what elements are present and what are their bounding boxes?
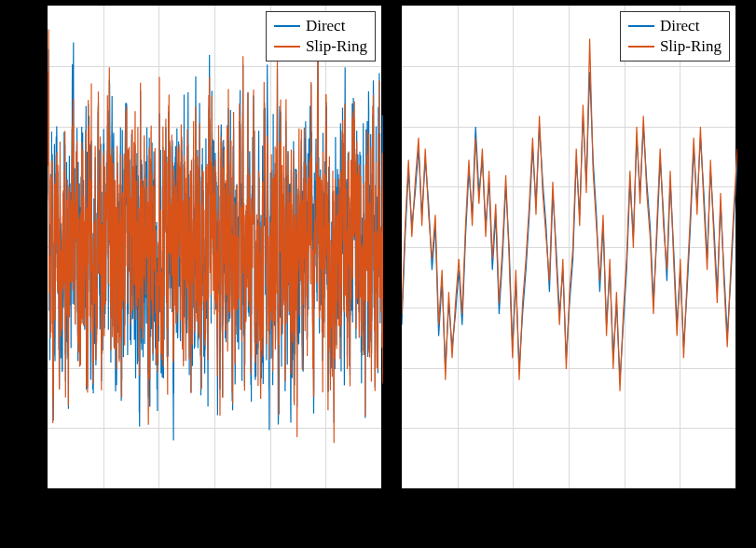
legend-item-slipring: Slip-Ring [628,36,722,57]
chart-left: Direct Slip-Ring [47,5,382,489]
legend-swatch-slipring [274,46,300,48]
legend-right: Direct Slip-Ring [620,11,730,62]
series-canvas-right [402,6,737,490]
legend-label-direct: Direct [306,16,345,36]
legend-item-direct: Direct [274,16,367,36]
legend-swatch-slipring [628,46,654,48]
series-canvas-left [48,6,383,490]
legend-left: Direct Slip-Ring [266,11,376,62]
legend-swatch-direct [274,25,300,28]
plot-area-right: Direct Slip-Ring [401,5,736,489]
legend-label-slipring: Slip-Ring [660,36,722,57]
charts-row: Direct Slip-Ring [47,5,736,489]
legend-label-direct: Direct [660,16,699,36]
plot-area-left: Direct Slip-Ring [47,5,382,489]
legend-item-direct: Direct [628,16,722,36]
legend-swatch-direct [628,25,654,28]
legend-label-slipring: Slip-Ring [306,36,367,57]
chart-right: Direct Slip-Ring [401,5,736,489]
legend-item-slipring: Slip-Ring [274,36,367,57]
